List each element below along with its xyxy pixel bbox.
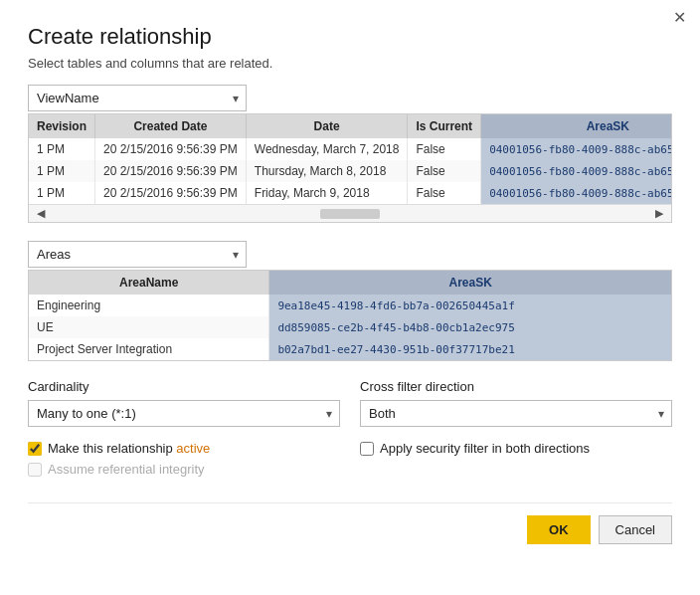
cardinality-select[interactable]: Many to one (*:1) One to one (1:1) One t… — [28, 400, 340, 427]
table-cell: 04001056-fb80-4009-888c-ab65afef1adb — [481, 160, 672, 182]
table-row: 1 PM20 2/15/2016 9:56:39 PMFriday, March… — [29, 182, 672, 204]
table1-col-created-date: Created Date — [95, 114, 247, 138]
scroll-bar[interactable] — [320, 209, 380, 219]
table-cell: Friday, March 9, 2018 — [246, 182, 408, 204]
scroll-right-arrow[interactable]: ▶ — [651, 207, 667, 220]
table1-col-iscurrent: Is Current — [408, 114, 481, 138]
table-cell: b02a7bd1-ee27-4430-951b-00f37717be21 — [269, 338, 671, 360]
table2-section: Areas AreaName AreaSK Engineering9ea18e4… — [28, 241, 672, 361]
table-cell: dd859085-ce2b-4f45-b4b8-00cb1a2ec975 — [269, 316, 671, 338]
table2-select-wrapper: Areas — [28, 241, 247, 268]
security-filter-checkbox-row: Apply security filter in both directions — [360, 441, 672, 456]
bottom-section: Cardinality Many to one (*:1) One to one… — [28, 379, 672, 483]
table-cell: 04001056-fb80-4009-888c-ab65afef1adb — [481, 182, 672, 204]
close-button[interactable]: ✕ — [673, 10, 686, 26]
table2-select[interactable]: Areas — [28, 241, 247, 268]
table-row: Project Server Integrationb02a7bd1-ee27-… — [29, 338, 671, 360]
table-cell: Thursday, March 8, 2018 — [246, 160, 408, 182]
active-link: active — [176, 441, 210, 456]
table-cell: Project Server Integration — [29, 338, 269, 360]
cross-filter-label: Cross filter direction — [360, 379, 672, 394]
table-cell: False — [408, 138, 481, 160]
referential-checkbox-row: Assume referential integrity — [28, 462, 340, 477]
table-row: 1 PM20 2/15/2016 9:56:39 PMWednesday, Ma… — [29, 138, 672, 160]
table-cell: 04001056-fb80-4009-888c-ab65afef1adb — [481, 138, 672, 160]
table-cell: 20 2/15/2016 9:56:39 PM — [95, 160, 247, 182]
cardinality-label: Cardinality — [28, 379, 340, 394]
security-filter-label: Apply security filter in both directions — [380, 441, 590, 456]
table2: AreaName AreaSK Engineering9ea18e45-4198… — [29, 271, 671, 360]
table1-col-date: Date — [246, 114, 408, 138]
cross-filter-group: Cross filter direction Both Single Apply… — [360, 379, 672, 483]
left-checkboxes: Make this relationship active Assume ref… — [28, 441, 340, 477]
table1-scrollbar: ◀ ▶ — [29, 204, 671, 222]
active-checkbox-row: Make this relationship active — [28, 441, 340, 456]
table-cell: UE — [29, 316, 269, 338]
table-cell: Wednesday, March 7, 2018 — [246, 138, 408, 160]
table-cell: 20 2/15/2016 9:56:39 PM — [95, 138, 247, 160]
scroll-left-arrow[interactable]: ◀ — [33, 207, 49, 220]
table1: Revision Created Date Date Is Current Ar… — [29, 114, 672, 204]
active-label: Make this relationship active — [48, 441, 210, 456]
table-cell: 1 PM — [29, 138, 95, 160]
cancel-button[interactable]: Cancel — [599, 515, 672, 544]
active-checkbox[interactable] — [28, 442, 42, 456]
table-cell: False — [408, 160, 481, 182]
table2-col-areaname: AreaName — [29, 271, 269, 295]
table-cell: 9ea18e45-4198-4fd6-bb7a-002650445a1f — [269, 295, 671, 316]
dialog-title: Create relationship — [28, 24, 672, 50]
create-relationship-dialog: ✕ Create relationship Select tables and … — [0, 0, 700, 595]
table-cell: False — [408, 182, 481, 204]
table-row: UEdd859085-ce2b-4f45-b4b8-00cb1a2ec975 — [29, 316, 671, 338]
cross-filter-select-wrapper: Both Single — [360, 400, 672, 427]
right-checkboxes: Apply security filter in both directions — [360, 441, 672, 456]
table1-col-revision: Revision — [29, 114, 95, 138]
referential-checkbox[interactable] — [28, 463, 42, 477]
table1-dropdown-row: ViewName — [28, 85, 672, 111]
table2-container: AreaName AreaSK Engineering9ea18e45-4198… — [28, 270, 672, 361]
table-row: 1 PM20 2/15/2016 9:56:39 PMThursday, Mar… — [29, 160, 672, 182]
table1-container: Revision Created Date Date Is Current Ar… — [28, 113, 672, 223]
dialog-subtitle: Select tables and columns that are relat… — [28, 56, 672, 71]
table-row: Engineering9ea18e45-4198-4fd6-bb7a-00265… — [29, 295, 671, 316]
table1-col-areask: AreaSK — [481, 114, 672, 138]
table1-select-wrapper: ViewName — [28, 85, 247, 111]
cardinality-select-wrapper: Many to one (*:1) One to one (1:1) One t… — [28, 400, 340, 427]
cardinality-group: Cardinality Many to one (*:1) One to one… — [28, 379, 340, 483]
table-cell: Engineering — [29, 295, 269, 316]
cross-filter-select[interactable]: Both Single — [360, 400, 672, 427]
dialog-footer: OK Cancel — [28, 502, 672, 544]
security-filter-checkbox[interactable] — [360, 442, 374, 456]
table-cell: 20 2/15/2016 9:56:39 PM — [95, 182, 247, 204]
table1-section: ViewName Revision Created Date Date Is C… — [28, 85, 672, 223]
table1-select[interactable]: ViewName — [28, 85, 247, 111]
table2-dropdown-row: Areas — [28, 241, 672, 268]
referential-label: Assume referential integrity — [48, 462, 205, 477]
table2-col-areask: AreaSK — [269, 271, 671, 295]
table-cell: 1 PM — [29, 182, 95, 204]
ok-button[interactable]: OK — [527, 515, 591, 544]
table-cell: 1 PM — [29, 160, 95, 182]
